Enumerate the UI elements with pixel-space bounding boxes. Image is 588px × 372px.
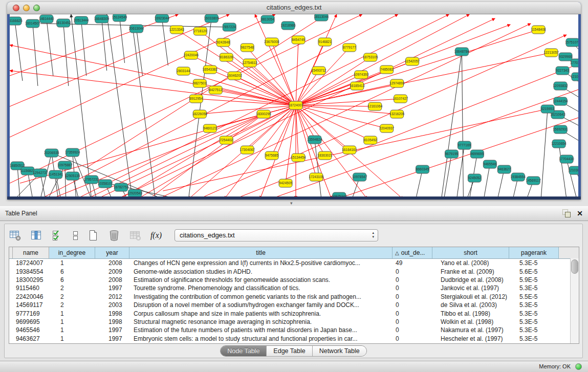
graph-node[interactable]: 20206535 [44, 149, 59, 157]
graph-node[interactable]: 11451341 [48, 170, 63, 179]
graph-node[interactable]: 16185413 [350, 82, 365, 90]
graph-node[interactable]: 20613044 [129, 25, 144, 33]
graph-node[interactable]: 20513444 [74, 16, 89, 25]
graph-node[interactable]: 7254402 [220, 136, 233, 144]
graph-node[interactable]: 18113044 [314, 14, 329, 21]
vertical-scrollbar[interactable] [570, 258, 579, 343]
graph-node[interactable]: 12161064 [367, 102, 383, 111]
delete-column-icon[interactable] [107, 229, 121, 242]
column-header-pagerank[interactable]: pagerank [509, 247, 559, 258]
column-header-title[interactable]: title [129, 247, 393, 258]
graph-node[interactable]: 9463627 [497, 165, 511, 173]
graph-node[interactable]: 12444154 [553, 97, 568, 105]
graph-node[interactable]: 9465546 [483, 160, 496, 168]
graph-node[interactable]: 12103054 [568, 166, 578, 174]
graph-node[interactable]: 9329966 [559, 53, 572, 61]
tab-network-table[interactable]: Network Table [312, 346, 366, 356]
graph-node[interactable]: 16782753 [114, 183, 129, 191]
graph-node[interactable]: 9827548 [241, 43, 254, 52]
graph-node[interactable]: 18363021 [317, 151, 333, 160]
graph-node[interactable]: 18753105 [363, 53, 378, 61]
column-header-in_degree[interactable]: in_degree [49, 247, 95, 258]
graph-node[interactable]: 7485083 [380, 65, 394, 74]
graph-node[interactable]: 12213343 [169, 26, 185, 34]
graph-node[interactable]: 10975342 [332, 192, 347, 196]
graph-node[interactable]: 8660345 [416, 165, 429, 173]
new-column-icon[interactable] [86, 229, 100, 242]
graph-node[interactable]: 12942737 [33, 169, 48, 177]
column-header-name[interactable]: name [13, 247, 49, 258]
graph-node[interactable]: 17359924 [65, 148, 80, 157]
graph-node[interactable]: 19218986 [280, 21, 296, 30]
table-row[interactable]: 911546021997Tourette syndrome. Phenomeno… [9, 284, 579, 292]
graph-node[interactable]: 16543382 [203, 65, 218, 74]
graph-node[interactable]: 10978547 [352, 173, 367, 181]
float-panel-icon[interactable] [562, 209, 571, 217]
graph-node[interactable]: 9242848 [216, 38, 230, 47]
graph-node[interactable]: 15134454 [291, 154, 306, 162]
column-header-year[interactable]: year [95, 247, 129, 258]
graph-node[interactable]: 15751074 [565, 38, 578, 47]
show-columns-icon[interactable] [30, 229, 43, 242]
graph-node[interactable]: 9679195 [445, 150, 458, 158]
table-row[interactable]: 946554611997Estimation of the future num… [9, 326, 579, 334]
graph-node[interactable]: 17957233 [84, 176, 99, 184]
graph-node[interactable]: 12974893 [389, 79, 405, 87]
graph-node[interactable]: 8813054 [261, 15, 274, 24]
graph-node[interactable]: 18724007 [288, 101, 303, 110]
tab-edge-table[interactable]: Edge Table [266, 346, 312, 356]
graph-node[interactable]: 13594824 [307, 136, 322, 144]
graph-node[interactable]: 9475685 [265, 151, 278, 160]
graph-node[interactable]: 8912954 [189, 95, 203, 103]
select-rows-icon[interactable] [51, 229, 64, 242]
graph-node[interactable]: 11542057 [405, 57, 420, 65]
table-row[interactable]: 946362711997Embryonic stem cells: a mode… [9, 335, 579, 343]
graph-node[interactable]: 19384554 [511, 173, 526, 181]
graph-node[interactable]: 9227343 [556, 67, 569, 75]
graph-node[interactable]: 15124549 [112, 14, 127, 21]
graph-node[interactable]: 23676008 [264, 38, 279, 46]
function-builder-icon[interactable]: f(x) [149, 229, 163, 242]
graph-node[interactable]: 10358107 [98, 180, 113, 188]
graph-node[interactable]: 9827503 [193, 79, 206, 87]
graph-node[interactable]: 9699695 [470, 150, 484, 158]
graph-node[interactable]: 2718120 [193, 27, 207, 35]
table-row[interactable]: 2242004622012Investigating the contribut… [9, 293, 579, 301]
tab-node-table[interactable]: Node Table [221, 346, 266, 356]
graph-node[interactable]: 12213057 [543, 49, 559, 57]
graph-node[interactable]: 22040937 [379, 124, 395, 133]
graph-node[interactable]: 15493712 [311, 67, 326, 75]
graph-node[interactable]: 9460123 [203, 124, 216, 133]
graph-node[interactable]: 10975887 [57, 161, 73, 169]
rows-icon[interactable] [72, 229, 79, 242]
graph-node[interactable]: 15692931 [553, 125, 568, 134]
graph-node[interactable]: 12210654 [551, 140, 567, 148]
graph-node[interactable]: 12103433 [571, 73, 578, 81]
table-row[interactable]: 969969511998Structural magnetic resonanc… [9, 318, 579, 326]
graph-node[interactable]: 17703455 [570, 59, 578, 67]
graph-node[interactable]: 17243105 [309, 173, 324, 181]
graph-node[interactable]: 18226058 [192, 110, 208, 118]
column-header-short[interactable]: short [432, 247, 509, 258]
close-panel-icon[interactable]: ✕ [577, 210, 583, 217]
splitter-handle-icon[interactable]: ▾ [290, 201, 293, 206]
graph-node[interactable]: 9424505 [279, 179, 292, 187]
table-row[interactable]: 1872400712008Changes of HCN gene express… [9, 259, 579, 267]
graph-node[interactable]: 8186328 [220, 53, 233, 61]
graph-node[interactable]: 14569117 [526, 177, 541, 185]
graph-node[interactable]: 18130452 [56, 19, 71, 27]
network-canvas[interactable]: 1872400716107427129748937485083187531058… [10, 14, 578, 196]
graph-node[interactable]: 16648784 [454, 48, 470, 56]
window-titlebar[interactable]: citations_edges.txt [7, 2, 581, 14]
table-settings-icon[interactable] [9, 229, 22, 242]
graph-node[interactable]: 23166625 [10, 17, 23, 25]
table-row[interactable]: 1938455462009Genome-wide association stu… [9, 267, 579, 275]
graph-node[interactable]: 12754613 [243, 59, 258, 67]
graph-node[interactable]: 13216205 [389, 110, 405, 118]
scrollbar-thumb[interactable] [571, 259, 578, 274]
graph-node[interactable]: 16014507 [25, 19, 40, 28]
graph-node[interactable]: 10974393 [354, 71, 369, 79]
graph-node[interactable]: 18300295 [256, 110, 271, 118]
graph-node[interactable]: 8427512 [209, 86, 222, 94]
graph-node[interactable]: 2803144 [177, 67, 190, 75]
